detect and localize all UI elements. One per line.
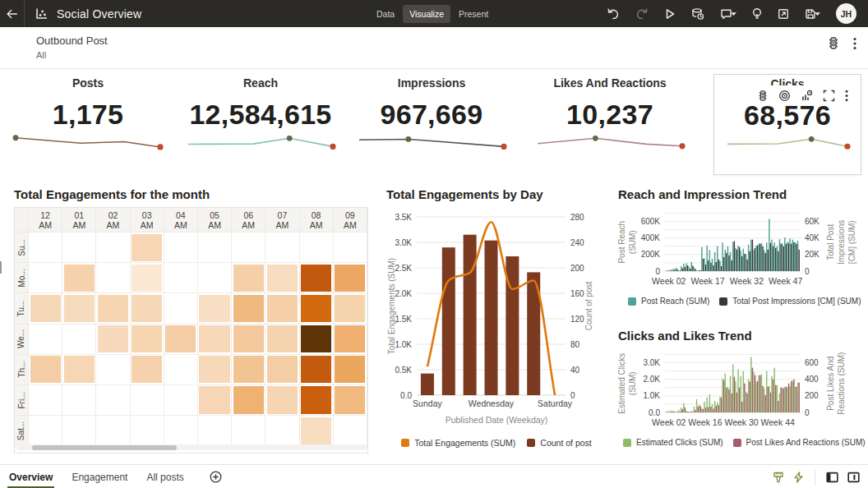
trend-bar-series1[interactable] <box>761 375 762 412</box>
trend-bar-series2[interactable] <box>736 250 737 271</box>
trend-bar-series1[interactable] <box>782 388 783 412</box>
trend-bar-series2[interactable] <box>755 375 755 412</box>
heatmap-cell[interactable] <box>96 232 130 263</box>
trend-bar-series2[interactable] <box>731 394 732 412</box>
trend-bar-series1[interactable] <box>688 412 689 412</box>
trend-bar-series1[interactable] <box>696 270 697 271</box>
trend-bar-series1[interactable] <box>753 372 754 412</box>
trend-bar-series2[interactable] <box>773 380 773 412</box>
reach-trend-chart[interactable]: 00200K20K400K40K600K60KWeek 02Week 17Wee… <box>618 205 868 291</box>
trend-bar-series2[interactable] <box>744 384 745 412</box>
trend-bar-series1[interactable] <box>704 258 704 271</box>
trend-bar-series1[interactable] <box>688 266 689 271</box>
trend-bar-series1[interactable] <box>691 262 692 271</box>
heatmap-cell[interactable] <box>265 293 299 324</box>
heatmap-cell[interactable] <box>164 416 198 446</box>
trend-bar-series2[interactable] <box>750 251 750 271</box>
trend-bar-series1[interactable] <box>706 246 707 271</box>
trend-bar-series2[interactable] <box>692 265 693 271</box>
trend-bar-series1[interactable] <box>719 397 720 412</box>
heatmap-cell[interactable] <box>29 293 62 324</box>
legend-item[interactable]: Total Post Impressions [CM] (SUM) <box>719 297 861 306</box>
trend-bar-series2[interactable] <box>793 242 794 271</box>
trend-bar-series2[interactable] <box>697 407 698 412</box>
heatmap-cell[interactable] <box>334 232 367 263</box>
trend-bar-series2[interactable] <box>773 246 773 271</box>
trend-bar-series2[interactable] <box>700 270 701 271</box>
trend-bar-series1[interactable] <box>727 387 728 412</box>
trend-bar-series2[interactable] <box>791 381 792 412</box>
tile-target-button[interactable] <box>777 88 792 104</box>
filter-bar-menu-button[interactable] <box>852 35 858 52</box>
trend-bar-series1[interactable] <box>683 403 684 412</box>
heatmap-row-header[interactable]: We... <box>15 325 29 355</box>
trend-bar-series1[interactable] <box>735 248 736 271</box>
trend-bar-series1[interactable] <box>681 407 681 412</box>
trend-bar-series1[interactable] <box>748 245 749 271</box>
trend-bar-series2[interactable] <box>721 266 722 271</box>
trend-bar-series1[interactable] <box>759 375 760 412</box>
left-pane-splitter-handle[interactable] <box>0 261 2 274</box>
trend-bar-series2[interactable] <box>692 412 693 412</box>
trend-bar-series2[interactable] <box>710 407 711 412</box>
trend-bar-series2[interactable] <box>713 408 713 412</box>
heatmap-cell[interactable] <box>29 355 62 385</box>
trend-bar-series2[interactable] <box>718 260 719 271</box>
trend-bar-series2[interactable] <box>786 244 787 271</box>
trend-bar-series2[interactable] <box>757 381 758 412</box>
trend-bar-series1[interactable] <box>771 376 772 412</box>
trend-bar-series2[interactable] <box>736 393 737 412</box>
heatmap-column-header[interactable]: 04 AM <box>164 208 198 232</box>
heatmap-cell[interactable] <box>265 355 299 385</box>
heatmap-cell[interactable] <box>300 325 334 355</box>
trend-bar-series1[interactable] <box>714 252 715 271</box>
trend-bar-series1[interactable] <box>746 254 746 271</box>
trend-bar-series1[interactable] <box>766 242 767 271</box>
heatmap-cell[interactable] <box>300 232 334 263</box>
heatmap-cell[interactable] <box>198 232 232 263</box>
trend-bar-series2[interactable] <box>762 246 763 271</box>
trend-bar-series2[interactable] <box>764 253 765 271</box>
heatmap-cell[interactable] <box>265 263 299 293</box>
heatmap-cell[interactable] <box>62 232 96 263</box>
canvas-tab-engagement[interactable]: Engagement <box>70 465 129 488</box>
spark-actions-button[interactable] <box>791 469 806 486</box>
legend-item[interactable]: Count of post <box>527 438 591 448</box>
trend-bar-series1[interactable] <box>746 392 746 412</box>
heatmap-cell[interactable] <box>232 232 265 263</box>
trend-bar-series2[interactable] <box>778 401 778 412</box>
heatmap-cell[interactable] <box>96 355 130 385</box>
trend-bar-series1[interactable] <box>709 394 710 412</box>
trend-bar-series2[interactable] <box>775 248 776 271</box>
trend-bar-series2[interactable] <box>726 388 727 412</box>
kpi-tile-impressions[interactable]: Impressions967,669 <box>346 74 517 175</box>
trend-bar-series2[interactable] <box>716 406 717 412</box>
trend-bar-series1[interactable] <box>709 250 710 271</box>
trend-bar-series2[interactable] <box>786 387 787 412</box>
heatmap-cell[interactable] <box>62 325 96 355</box>
trend-bar-series2[interactable] <box>734 242 735 271</box>
kpi-tile-likes-and-reactions[interactable]: Likes And Reactions10,237 <box>524 74 695 175</box>
heatmap-cell[interactable] <box>164 232 198 263</box>
legend-item[interactable]: Post Likes And Reactions (SUM) <box>733 438 866 447</box>
trend-bar-series2[interactable] <box>752 240 753 271</box>
trend-bar-series2[interactable] <box>746 260 747 271</box>
heatmap-cell[interactable] <box>164 293 198 324</box>
trend-bar-series1[interactable] <box>701 247 702 271</box>
heatmap-cell[interactable] <box>198 416 232 446</box>
trend-bar-series2[interactable] <box>731 260 732 271</box>
heatmap-cell[interactable] <box>164 263 198 293</box>
trend-bar-series2[interactable] <box>708 407 709 412</box>
trend-bar-series1[interactable] <box>672 411 673 412</box>
trend-bar-series2[interactable] <box>718 405 719 412</box>
trend-bar-series1[interactable] <box>719 261 720 271</box>
trend-bar-series1[interactable] <box>792 381 793 412</box>
heatmap-cell[interactable] <box>265 416 299 446</box>
trend-bar-series2[interactable] <box>798 250 799 271</box>
trend-bar-series2[interactable] <box>708 260 709 271</box>
trend-bar-series2[interactable] <box>741 256 742 271</box>
kpi-tile-posts[interactable]: Posts1,175 <box>2 74 173 175</box>
trend-bar-series1[interactable] <box>771 240 772 271</box>
heatmap-cell[interactable] <box>232 355 265 385</box>
trend-bar-series2[interactable] <box>728 256 729 271</box>
